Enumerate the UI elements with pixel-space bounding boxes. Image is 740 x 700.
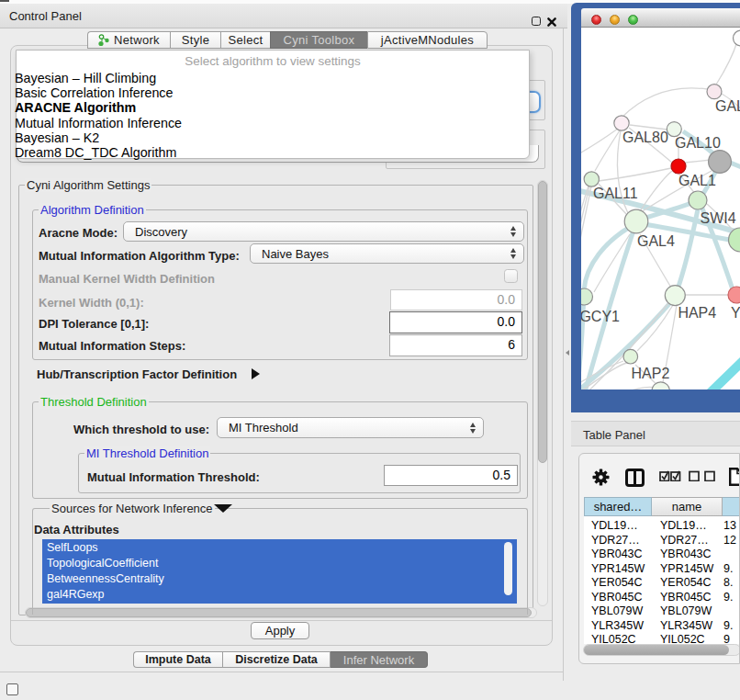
svg-text:GAL11: GAL11 xyxy=(593,186,638,201)
svg-text:GAL4: GAL4 xyxy=(637,233,675,249)
svg-text:GAL10: GAL10 xyxy=(675,135,721,151)
svg-text:SWI4: SWI4 xyxy=(701,210,736,226)
svg-text:GAL1: GAL1 xyxy=(678,173,716,188)
svg-text:GCY1: GCY1 xyxy=(581,309,620,324)
svg-text:HAP2: HAP2 xyxy=(632,366,670,381)
svg-text:GAL7: GAL7 xyxy=(715,98,740,114)
svg-text:Y: Y xyxy=(731,305,740,321)
svg-text:GAL80: GAL80 xyxy=(622,130,668,145)
svg-text:HAP4: HAP4 xyxy=(678,305,716,321)
